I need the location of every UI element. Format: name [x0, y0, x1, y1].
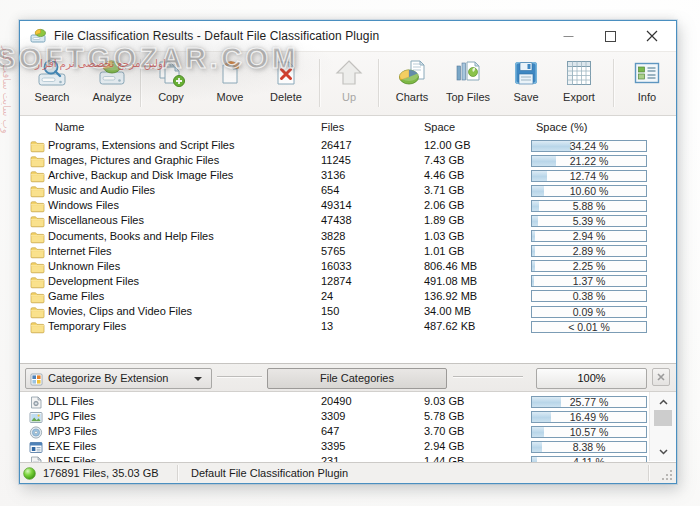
classification-rows: Programs, Extensions and Script Files 26…	[20, 138, 676, 334]
file-categories-button[interactable]: File Categories	[267, 368, 447, 389]
space-percent-value: 10.57 %	[532, 427, 646, 438]
table-row[interactable]: Archive, Backup and Disk Image Files 313…	[20, 168, 676, 183]
toolbar-button-export[interactable]: Export	[550, 55, 608, 112]
folder-icon	[30, 199, 45, 212]
resize-grip[interactable]	[661, 468, 674, 481]
close-button[interactable]	[636, 21, 668, 51]
table-row[interactable]: EXE Files 3395 2.94 GB 8.38 %	[20, 439, 676, 454]
search-icon	[37, 58, 67, 88]
toolbar-button-delete[interactable]: Delete	[257, 55, 315, 112]
extension-rows: DLL Files 20490 9.03 GB 25.77 % JPG File…	[20, 394, 676, 462]
folder-icon	[30, 184, 45, 197]
column-header-space[interactable]: Space	[424, 116, 455, 137]
column-header-space-pct[interactable]: Space (%)	[536, 116, 587, 137]
status-plugin: Default File Classification Plugin	[191, 467, 348, 479]
toolbar-dash-separator	[217, 376, 262, 377]
folder-icon	[30, 230, 45, 243]
space-percent-value: 2.89 %	[532, 246, 646, 257]
scroll-down-icon[interactable]	[650, 444, 676, 459]
mp3-icon	[29, 425, 43, 438]
table-row[interactable]: Development Files 12874 491.08 MB 1.37 %	[20, 274, 676, 289]
table-row[interactable]: Images, Pictures and Graphic Files 11245…	[20, 153, 676, 168]
row-name: EXE Files	[48, 439, 96, 454]
row-space: 806.46 MB	[424, 259, 477, 274]
toolbar-button-label: Top Files	[446, 91, 490, 103]
toolbar-button-info[interactable]: Info	[618, 55, 676, 112]
space-percent-value: 2.25 %	[532, 261, 646, 272]
row-name: Movies, Clips and Video Files	[48, 304, 192, 319]
main-toolbar: Search Analyze Copy Move	[20, 51, 676, 116]
row-space: 3.70 GB	[424, 424, 464, 439]
table-row[interactable]: Internet Files 5765 1.01 GB 2.89 %	[20, 244, 676, 259]
maximize-icon	[605, 31, 616, 42]
table-row[interactable]: JPG Files 3309 5.78 GB 16.49 %	[20, 409, 676, 424]
toolbar-button-charts[interactable]: Charts	[383, 55, 441, 112]
folder-icon	[30, 290, 45, 303]
table-row[interactable]: Documents, Books and Help Files 3828 1.0…	[20, 229, 676, 244]
row-files: 647	[321, 424, 339, 439]
row-name: Programs, Extensions and Script Files	[48, 138, 234, 153]
table-row[interactable]: Windows Files 49314 2.06 GB 5.88 %	[20, 198, 676, 213]
minimize-button[interactable]	[552, 21, 584, 51]
bottom-panel-toolbar: Categorize By Extension File Categories …	[20, 363, 676, 392]
space-percent-bar: < 0.01 %	[531, 321, 647, 333]
row-name: NEF Files	[48, 454, 96, 462]
row-files: 150	[321, 304, 339, 319]
row-space: 3.71 GB	[424, 183, 464, 198]
row-space: 2.06 GB	[424, 198, 464, 213]
toolbar-button-up[interactable]: Up	[320, 55, 378, 112]
space-percent-value: 2.94 %	[532, 231, 646, 242]
table-row[interactable]: Programs, Extensions and Script Files 26…	[20, 138, 676, 153]
categorize-mode-dropdown[interactable]: Categorize By Extension	[25, 368, 212, 389]
row-files: 16033	[321, 259, 352, 274]
space-percent-bar: 10.57 %	[531, 426, 647, 438]
row-space: 1.03 GB	[424, 229, 464, 244]
row-space: 7.43 GB	[424, 153, 464, 168]
row-space: 5.78 GB	[424, 409, 464, 424]
row-space: 34.00 MB	[424, 304, 471, 319]
vertical-scrollbar[interactable]	[649, 392, 676, 461]
space-percent-value: 1.37 %	[532, 276, 646, 287]
row-space: 487.62 KB	[424, 319, 475, 334]
space-percent-bar: 1.37 %	[531, 275, 647, 287]
row-space: 1.01 GB	[424, 244, 464, 259]
space-percent-bar: 2.89 %	[531, 245, 647, 257]
folder-icon	[30, 245, 45, 258]
title-bar[interactable]: File Classification Results - Default Fi…	[20, 21, 676, 51]
column-header-name[interactable]: Name	[55, 116, 84, 137]
toolbar-button-search[interactable]: Search	[23, 55, 81, 112]
panel-close-icon	[657, 373, 665, 381]
table-row[interactable]: Movies, Clips and Video Files 150 34.00 …	[20, 304, 676, 319]
table-row[interactable]: Temporary Files 13 487.62 KB < 0.01 %	[20, 319, 676, 334]
table-row[interactable]: DLL Files 20490 9.03 GB 25.77 %	[20, 394, 676, 409]
maximize-button[interactable]	[594, 21, 626, 51]
table-row[interactable]: Miscellaneous Files 47438 1.89 GB 5.39 %	[20, 213, 676, 228]
toolbar-button-move[interactable]: Move	[201, 55, 259, 112]
toolbar-separator	[378, 59, 379, 107]
table-row[interactable]: Music and Audio Files 654 3.71 GB 10.60 …	[20, 183, 676, 198]
charts-icon	[397, 58, 427, 88]
status-summary: 176891 Files, 35.03 GB	[43, 467, 159, 479]
toolbar-button-topfiles[interactable]: Top Files	[439, 55, 497, 112]
space-percent-bar: 10.60 %	[531, 185, 647, 197]
toolbar-button-analyze[interactable]: Analyze	[83, 55, 141, 112]
table-row[interactable]: Unknown Files 16033 806.46 MB 2.25 %	[20, 259, 676, 274]
jpg-icon	[29, 410, 43, 423]
toolbar-button-copy[interactable]: Copy	[142, 55, 200, 112]
zoom-level-box[interactable]: 100%	[536, 368, 647, 389]
toolbar-separator	[319, 59, 320, 107]
space-percent-bar: 8.38 %	[531, 441, 647, 453]
table-row[interactable]: NEF Files 231 1.44 GB 4.11 %	[20, 454, 676, 462]
scroll-up-icon[interactable]	[650, 394, 676, 409]
table-row[interactable]: MP3 Files 647 3.70 GB 10.57 %	[20, 424, 676, 439]
space-percent-bar: 0.38 %	[531, 290, 647, 302]
panel-close-button[interactable]	[652, 368, 670, 386]
row-space: 12.00 GB	[424, 138, 470, 153]
row-name: Development Files	[48, 274, 139, 289]
toolbar-separator	[140, 59, 141, 107]
toolbar-button-save[interactable]: Save	[497, 55, 555, 112]
column-header-files[interactable]: Files	[321, 116, 344, 137]
table-row[interactable]: Game Files 24 136.92 MB 0.38 %	[20, 289, 676, 304]
status-ready-icon	[23, 466, 36, 479]
scrollbar-thumb[interactable]	[654, 410, 672, 426]
